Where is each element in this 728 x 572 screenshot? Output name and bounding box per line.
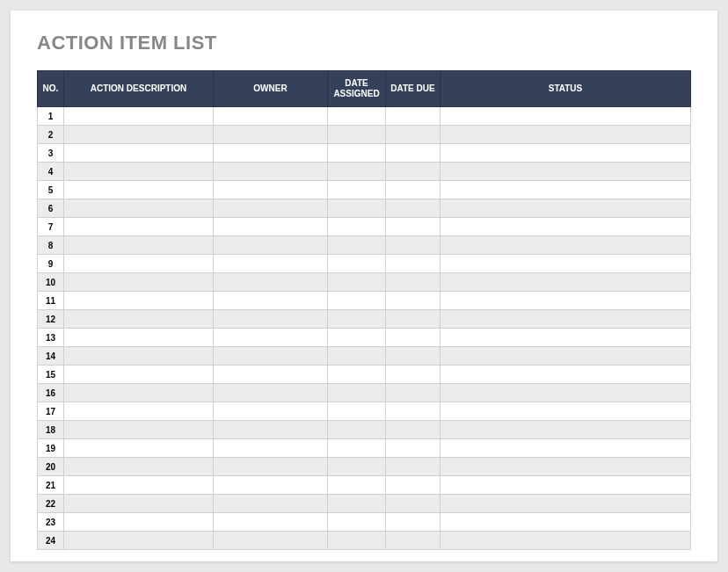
cell-no: 17 [38, 402, 64, 421]
cell-owner [214, 292, 328, 310]
cell-no: 20 [38, 458, 64, 476]
cell-no: 21 [38, 476, 64, 495]
cell-date-due [386, 421, 440, 439]
cell-no: 19 [38, 439, 64, 458]
cell-date-due [386, 402, 440, 421]
cell-description [64, 532, 214, 550]
cell-status [440, 310, 691, 329]
cell-no: 23 [38, 513, 64, 532]
cell-owner [214, 439, 328, 458]
cell-date-due [386, 366, 440, 384]
cell-description [64, 384, 214, 402]
table-row: 14 [38, 347, 691, 366]
table-row: 3 [38, 144, 691, 163]
header-date-due: DATE DUE [386, 71, 440, 107]
cell-no: 9 [38, 255, 64, 273]
cell-date-assigned [328, 329, 386, 347]
cell-date-due [386, 439, 440, 458]
cell-owner [214, 421, 328, 439]
cell-owner [214, 181, 328, 199]
cell-status [440, 495, 691, 513]
cell-date-assigned [328, 107, 386, 126]
table-body: 123456789101112131415161718192021222324 [38, 107, 691, 550]
cell-date-assigned [328, 384, 386, 402]
cell-owner [214, 236, 328, 255]
cell-no: 5 [38, 181, 64, 199]
cell-owner [214, 144, 328, 163]
cell-date-assigned [328, 126, 386, 144]
cell-no: 10 [38, 273, 64, 292]
table-row: 17 [38, 402, 691, 421]
cell-owner [214, 347, 328, 366]
cell-owner [214, 366, 328, 384]
table-row: 7 [38, 218, 691, 236]
cell-owner [214, 273, 328, 292]
cell-date-assigned [328, 144, 386, 163]
cell-date-due [386, 181, 440, 199]
cell-date-assigned [328, 292, 386, 310]
cell-status [440, 421, 691, 439]
cell-date-assigned [328, 532, 386, 550]
cell-status [440, 476, 691, 495]
header-no: NO. [38, 71, 64, 107]
cell-description [64, 458, 214, 476]
cell-status [440, 402, 691, 421]
cell-owner [214, 495, 328, 513]
cell-no: 4 [38, 163, 64, 181]
cell-date-due [386, 163, 440, 181]
cell-status [440, 458, 691, 476]
cell-no: 11 [38, 292, 64, 310]
cell-owner [214, 310, 328, 329]
cell-status [440, 292, 691, 310]
page-title: ACTION ITEM LIST [37, 32, 691, 54]
table-row: 21 [38, 476, 691, 495]
cell-date-due [386, 236, 440, 255]
cell-date-assigned [328, 402, 386, 421]
cell-description [64, 421, 214, 439]
cell-date-due [386, 476, 440, 495]
cell-description [64, 347, 214, 366]
cell-owner [214, 513, 328, 532]
cell-description [64, 255, 214, 273]
cell-status [440, 384, 691, 402]
cell-date-due [386, 329, 440, 347]
cell-no: 14 [38, 347, 64, 366]
action-item-table: NO. ACTION DESCRIPTION OWNER DATE ASSIGN… [37, 70, 691, 550]
cell-description [64, 218, 214, 236]
cell-date-due [386, 310, 440, 329]
cell-description [64, 273, 214, 292]
cell-date-assigned [328, 163, 386, 181]
cell-owner [214, 384, 328, 402]
cell-no: 2 [38, 126, 64, 144]
table-row: 24 [38, 532, 691, 550]
cell-no: 8 [38, 236, 64, 255]
cell-date-due [386, 384, 440, 402]
cell-date-assigned [328, 255, 386, 273]
cell-description [64, 199, 214, 218]
cell-date-assigned [328, 347, 386, 366]
table-row: 6 [38, 199, 691, 218]
cell-status [440, 144, 691, 163]
cell-no: 7 [38, 218, 64, 236]
cell-date-assigned [328, 273, 386, 292]
cell-date-assigned [328, 421, 386, 439]
cell-no: 16 [38, 384, 64, 402]
cell-description [64, 439, 214, 458]
cell-date-due [386, 107, 440, 126]
cell-status [440, 107, 691, 126]
table-row: 12 [38, 310, 691, 329]
cell-description [64, 107, 214, 126]
cell-date-assigned [328, 366, 386, 384]
cell-owner [214, 255, 328, 273]
cell-status [440, 255, 691, 273]
table-row: 22 [38, 495, 691, 513]
cell-date-assigned [328, 310, 386, 329]
cell-description [64, 144, 214, 163]
cell-owner [214, 329, 328, 347]
cell-status [440, 513, 691, 532]
table-row: 13 [38, 329, 691, 347]
cell-date-assigned [328, 439, 386, 458]
cell-description [64, 402, 214, 421]
table-row: 1 [38, 107, 691, 126]
cell-status [440, 347, 691, 366]
